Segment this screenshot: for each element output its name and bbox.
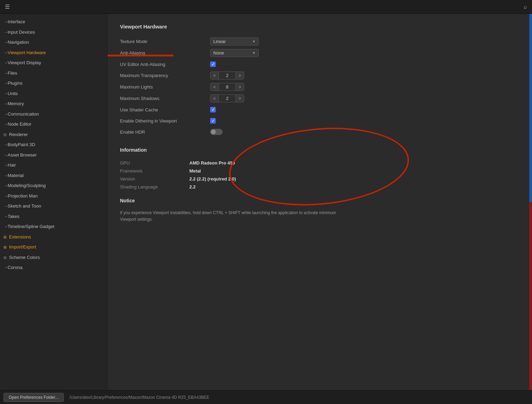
content-area: Viewport Hardware Texture ModeLinear▼Ant… (108, 14, 529, 390)
sidebar-item-files[interactable]: –Files (0, 68, 107, 78)
info-label-2: Version (120, 176, 189, 182)
settings-label-4: Maximum Lights (120, 84, 210, 90)
settings-control-1[interactable]: None▼ (210, 49, 259, 57)
settings-control-4[interactable]: <8> (210, 83, 244, 91)
dash-asset-browser: – (5, 152, 7, 159)
settings-control-8[interactable] (210, 129, 223, 135)
search-icon[interactable]: ⌕ (524, 4, 527, 10)
stepper-increment-3[interactable]: > (236, 72, 244, 79)
stepper-decrement-3[interactable]: < (211, 72, 218, 79)
info-rows-container: GPUAMD Radeon Pro 450FrameworkMetalVersi… (120, 159, 345, 191)
expand-icon-scheme-colors: ⊞ (3, 255, 8, 261)
dash-corona: – (5, 264, 7, 271)
sidebar-label-files: Files (8, 70, 17, 76)
sidebar-item-asset-browser[interactable]: –Asset Browser (0, 150, 107, 160)
sidebar-item-interface[interactable]: –Interface (0, 17, 107, 27)
sidebar-item-input-devices[interactable]: –Input Devices (0, 27, 107, 37)
stepper-value-3: 2 (218, 72, 236, 79)
toggle-8[interactable] (210, 129, 223, 135)
stepper-3[interactable]: <2> (210, 71, 244, 79)
settings-control-7[interactable]: ✓ (210, 118, 216, 124)
sidebar-item-bodypaint-3d[interactable]: –BodyPaint 3D (0, 140, 107, 150)
sidebar-item-navigation[interactable]: –Navigation (0, 37, 107, 48)
sidebar-label-navigation: Navigation (8, 40, 29, 45)
sidebar-item-renderer[interactable]: ⊞ Renderer (0, 129, 107, 140)
hamburger-icon[interactable]: ☰ (5, 3, 10, 10)
top-bar: ☰ ⌕ (0, 0, 532, 14)
sidebar-item-takes[interactable]: –Takes (0, 211, 107, 222)
settings-control-6[interactable]: ✓ (210, 107, 216, 112)
dash-viewport-display: – (5, 59, 7, 66)
stepper-decrement-4[interactable]: < (211, 84, 218, 91)
settings-label-7: Enable Dithering in Viewport (120, 118, 210, 124)
settings-control-2[interactable]: ✓ (210, 61, 216, 67)
stepper-increment-4[interactable]: > (236, 84, 244, 91)
expand-icon-extensions: ⊞ (3, 234, 8, 240)
info-section-title: Information (120, 147, 345, 153)
settings-row-4: Maximum Lights<8> (120, 81, 363, 93)
settings-label-5: Maximum Shadows (120, 96, 210, 101)
sidebar-label-bodypaint-3d: BodyPaint 3D (8, 142, 35, 147)
sidebar-item-timeline-spline-gadget[interactable]: –Timeline/Spline Gadget (0, 221, 107, 232)
dash-files: – (5, 70, 7, 77)
settings-label-8: Enable HDR (120, 129, 210, 135)
settings-label-1: Anti-Aliasing (120, 50, 210, 56)
sidebar-item-communication[interactable]: –Communication (0, 109, 107, 119)
settings-label-3: Maximum Transparency (120, 73, 210, 78)
sidebar-item-import-export[interactable]: ⊞ Import/Export (0, 242, 107, 252)
sidebar-item-material[interactable]: –Material (0, 170, 107, 181)
settings-control-3[interactable]: <2> (210, 71, 244, 79)
stepper-decrement-5[interactable]: < (211, 95, 218, 102)
info-row-3: Shading Language2.2 (120, 183, 345, 191)
notice-title: Notice (120, 198, 345, 203)
dash-plugins: – (5, 80, 7, 87)
sidebar-item-viewport-display[interactable]: –Viewport Display (0, 58, 107, 68)
sidebar-item-projection-man[interactable]: –Projection Man (0, 191, 107, 201)
settings-row-5: Maximum Shadows<2> (120, 93, 363, 104)
checkbox-check-7: ✓ (212, 119, 215, 123)
dash-input-devices: – (5, 29, 7, 36)
stepper-5[interactable]: <2> (210, 94, 244, 102)
checkbox-2[interactable]: ✓ (210, 61, 216, 67)
dash-interface: – (5, 18, 7, 25)
settings-row-0: Texture ModeLinear▼ (120, 36, 363, 47)
settings-row-3: Maximum Transparency<2> (120, 70, 363, 81)
info-label-3: Shading Language (120, 184, 189, 190)
toggle-knob-8 (211, 129, 216, 134)
sidebar-item-plugins[interactable]: –Plugins (0, 78, 107, 89)
settings-control-5[interactable]: <2> (210, 94, 244, 102)
dash-projection-man: – (5, 193, 7, 200)
sidebar-label-memory: Memory (8, 101, 24, 106)
info-value-2: 2.2 (2.2) (required 2.0) (189, 176, 236, 182)
dropdown-1[interactable]: None▼ (210, 49, 259, 57)
info-row-2: Version2.2 (2.2) (required 2.0) (120, 175, 345, 183)
sidebar-label-projection-man: Projection Man (8, 193, 38, 199)
sidebar-item-sketch-and-toon[interactable]: –Sketch and Toon (0, 201, 107, 211)
sidebar-item-extensions[interactable]: ⊞ Extensions (0, 232, 107, 242)
sidebar-item-units[interactable]: –Units (0, 89, 107, 99)
sidebar-item-scheme-colors[interactable]: ⊞ Scheme Colors (0, 252, 107, 263)
checkbox-6[interactable]: ✓ (210, 107, 216, 112)
sidebar-item-corona[interactable]: –Corona (0, 262, 107, 273)
sidebar-label-interface: Interface (8, 19, 25, 24)
dropdown-0[interactable]: Linear▼ (210, 37, 259, 45)
sidebar: –Interface–Input Devices–Navigation–View… (0, 14, 108, 390)
section-title: Viewport Hardware (120, 24, 517, 30)
stepper-4[interactable]: <8> (210, 83, 244, 91)
dash-material: – (5, 172, 7, 179)
settings-row-2: UV Editor Anti-Aliasing✓ (120, 59, 363, 70)
sidebar-item-hair[interactable]: –Hair (0, 160, 107, 170)
sidebar-item-memory[interactable]: –Memory (0, 99, 107, 109)
settings-row-7: Enable Dithering in Viewport✓ (120, 115, 363, 126)
checkbox-7[interactable]: ✓ (210, 118, 216, 124)
sidebar-item-modeling-sculpting[interactable]: –Modeling/Sculpting (0, 180, 107, 191)
main-area: –Interface–Input Devices–Navigation–View… (0, 14, 532, 390)
sidebar-label-corona: Corona (8, 265, 23, 270)
sidebar-label-units: Units (8, 91, 18, 96)
info-row-1: FrameworkMetal (120, 167, 345, 175)
sidebar-item-viewport-hardware[interactable]: –Viewport Hardware (0, 48, 107, 58)
open-preferences-button[interactable]: Open Preferences Folder... (3, 393, 64, 402)
sidebar-item-node-editor[interactable]: –Node Editor (0, 119, 107, 129)
settings-control-0[interactable]: Linear▼ (210, 37, 259, 45)
stepper-increment-5[interactable]: > (236, 95, 244, 102)
